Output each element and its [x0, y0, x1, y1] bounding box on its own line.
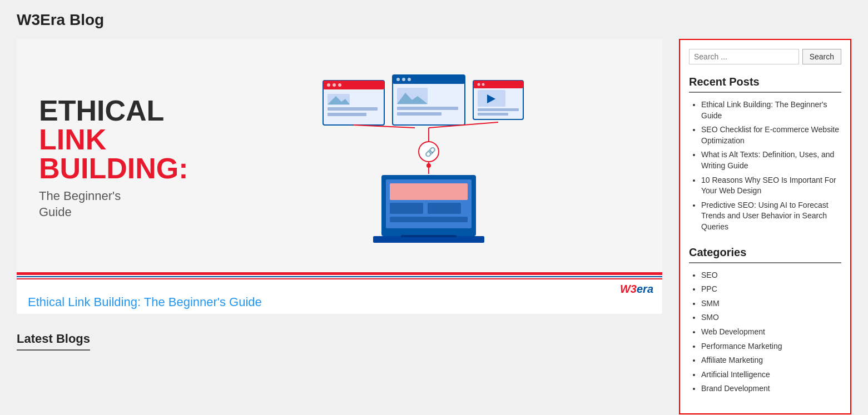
svg-point-12 [396, 78, 400, 81]
guide-text: The Beginner's Guide [39, 188, 195, 220]
featured-image-area: ETHICAL LINK BUILDING: The Beginner's Gu… [17, 39, 662, 272]
featured-post-link[interactable]: Ethical Link Building: The Beginner's Gu… [17, 287, 662, 314]
featured-card: ETHICAL LINK BUILDING: The Beginner's Gu… [17, 39, 662, 314]
list-item: 10 Reasons Why SEO Is Important For Your… [701, 175, 841, 197]
svg-rect-41 [401, 235, 457, 237]
svg-rect-17 [397, 112, 442, 116]
link-building-text: LINK BUILDING: [39, 125, 195, 183]
recent-post-link-2[interactable]: SEO Checklist for E-commerce Website Opt… [701, 125, 839, 145]
category-link-seo[interactable]: SEO [701, 271, 718, 279]
recent-post-link-3[interactable]: What is Alt Texts: Definition, Uses, and… [701, 150, 834, 170]
categories-list: SEO PPC SMM SMO Web Development Performa… [689, 270, 841, 394]
svg-point-2 [327, 83, 330, 87]
svg-point-4 [338, 83, 341, 87]
category-link-brand[interactable]: Brand Development [701, 384, 770, 393]
category-link-affiliate[interactable]: Affiliate Marketing [701, 356, 763, 364]
category-link-ppc[interactable]: PPC [701, 284, 717, 293]
list-item: SEO [701, 270, 841, 281]
featured-text-block: ETHICAL LINK BUILDING: The Beginner's Gu… [39, 96, 195, 220]
svg-rect-16 [397, 107, 458, 110]
list-item: Artificial Intelligence [701, 369, 841, 381]
recent-posts-list: Ethical Link Building: The Beginner's Gu… [689, 99, 841, 233]
search-input[interactable] [689, 49, 799, 64]
svg-text:🔗: 🔗 [425, 147, 436, 157]
list-item: SEO Checklist for E-commerce Website Opt… [701, 124, 841, 146]
list-item: SMO [701, 312, 841, 323]
latest-blogs-heading: Latest Blogs [17, 327, 90, 351]
featured-bottom-area: W3era [17, 272, 662, 287]
svg-point-33 [426, 163, 431, 168]
search-button[interactable]: Search [802, 49, 841, 64]
categories-section: Categories SEO PPC SMM SMO Web Developme… [689, 246, 841, 394]
svg-point-3 [333, 83, 336, 87]
featured-graphic: 🔗 [195, 64, 640, 253]
recent-post-link-1[interactable]: Ethical Link Building: The Beginner's Gu… [701, 100, 827, 120]
list-item: PPC [701, 284, 841, 295]
sidebar: Search Recent Posts Ethical Link Buildin… [679, 39, 851, 414]
svg-rect-39 [390, 217, 468, 222]
svg-point-21 [477, 83, 480, 86]
svg-point-13 [402, 78, 405, 81]
svg-rect-1 [323, 81, 384, 89]
content-layout: ETHICAL LINK BUILDING: The Beginner's Gu… [17, 39, 851, 414]
list-item: What is Alt Texts: Definition, Uses, and… [701, 149, 841, 171]
list-item: Performance Marketing [701, 341, 841, 352]
list-item: Web Development [701, 327, 841, 338]
latest-blogs-section: Latest Blogs [17, 327, 662, 351]
category-link-smo[interactable]: SMO [701, 313, 719, 322]
svg-rect-8 [328, 113, 366, 116]
list-item: SMM [701, 298, 841, 309]
svg-point-22 [482, 83, 484, 86]
category-link-smm[interactable]: SMM [701, 299, 720, 308]
list-item: Affiliate Marketing [701, 355, 841, 366]
categories-heading: Categories [689, 246, 841, 263]
svg-rect-36 [390, 183, 468, 200]
svg-rect-20 [473, 81, 523, 88]
list-item: Predictive SEO: Using AI to Forecast Tre… [701, 200, 841, 233]
w3era-logo: W3era [620, 283, 653, 296]
featured-illustration: 🔗 [306, 69, 529, 247]
svg-point-14 [408, 78, 411, 81]
list-item: Ethical Link Building: The Beginner's Gu… [701, 99, 841, 121]
ethical-text: ETHICAL [39, 96, 195, 125]
svg-rect-26 [478, 113, 508, 116]
page-wrapper: W3Era Blog ETHICAL LINK BUILDING: The Be… [0, 0, 868, 415]
main-content: ETHICAL LINK BUILDING: The Beginner's Gu… [17, 39, 662, 351]
category-link-ai[interactable]: Artificial Intelligence [701, 370, 770, 379]
category-link-performance[interactable]: Performance Marketing [701, 342, 782, 351]
category-link-webdev[interactable]: Web Development [701, 327, 765, 336]
recent-post-link-4[interactable]: 10 Reasons Why SEO Is Important For Your… [701, 176, 836, 196]
list-item: Brand Development [701, 383, 841, 394]
site-title: W3Era Blog [17, 11, 851, 29]
recent-posts-heading: Recent Posts [689, 76, 841, 93]
svg-rect-25 [478, 108, 519, 111]
search-row: Search [689, 49, 841, 64]
recent-post-link-5[interactable]: Predictive SEO: Using AI to Forecast Tre… [701, 201, 829, 231]
recent-posts-section: Recent Posts Ethical Link Building: The … [689, 76, 841, 233]
svg-rect-38 [428, 203, 461, 214]
svg-rect-7 [328, 107, 378, 111]
svg-rect-37 [390, 203, 423, 214]
